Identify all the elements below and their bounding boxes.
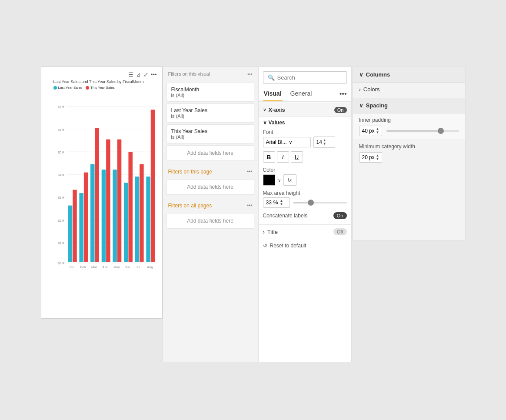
chart-panel: ☰ ⊿ ⤢ ••• Last Year Sales and This Year … — [41, 67, 163, 319]
filter-icon[interactable]: ⊿ — [136, 71, 141, 78]
font-size-spinner[interactable]: ▲ ▼ — [323, 139, 326, 146]
color-row: ∨ fx — [263, 174, 347, 186]
inner-padding-section: Inner padding 40 px ▲ ▼ — [353, 113, 465, 140]
inner-padding-down[interactable]: ▼ — [376, 131, 380, 134]
inner-padding-spinbox[interactable]: 40 px ▲ ▼ — [359, 126, 383, 136]
search-bar[interactable]: 🔍 — [263, 71, 347, 84]
svg-text:$6M: $6M — [58, 128, 64, 132]
svg-rect-29 — [140, 164, 144, 262]
expand-icon[interactable]: ⤢ — [143, 71, 148, 78]
filters-all-header: Filters on all pages ••• — [163, 197, 258, 211]
svg-rect-25 — [117, 140, 121, 262]
inner-padding-slider[interactable] — [386, 130, 459, 132]
inner-padding-label: Inner padding — [359, 117, 459, 123]
color-chevron-icon[interactable]: ∨ — [278, 178, 281, 183]
min-category-label: Minimum category width — [359, 143, 459, 150]
reset-icon: ↺ — [263, 243, 267, 249]
chart-toolbar: ☰ ⊿ ⤢ ••• — [45, 71, 159, 78]
search-input[interactable] — [277, 74, 342, 81]
italic-button[interactable]: I — [277, 151, 289, 163]
columns-header[interactable]: ∨ Columns — [353, 67, 465, 83]
values-header: ∨ Values — [263, 120, 347, 126]
svg-rect-28 — [135, 177, 139, 262]
font-size-box[interactable]: 14 ▲ ▼ — [313, 137, 335, 148]
filters-page-header: Filters on this page ••• — [163, 163, 258, 177]
filter-thisyear-sub: is (All) — [171, 134, 250, 140]
legend-dot-last — [53, 86, 57, 90]
legend-item-last: Last Year Sales — [53, 86, 83, 90]
values-subsection: ∨ Values Font Arial Bl... ∨ 14 ▲ ▼ — [259, 117, 351, 224]
filter-fiscal-title: FiscalMonth — [171, 87, 250, 93]
spacing-header[interactable]: ∨ Spacing — [353, 98, 465, 113]
min-category-row: 20 px ▲ ▼ — [359, 152, 459, 163]
filter-card-fiscal[interactable]: FiscalMonth is (All) — [166, 83, 254, 102]
chart-title: Last Year Sales and This Year Sales by F… — [53, 80, 159, 84]
min-category-arrows[interactable]: ▲ ▼ — [376, 154, 380, 161]
svg-rect-21 — [95, 128, 99, 262]
svg-text:Aug: Aug — [147, 265, 153, 269]
max-height-arrows[interactable]: ▲ ▼ — [280, 199, 283, 206]
concat-toggle[interactable]: On — [333, 212, 347, 219]
filters-page-label: Filters on this page — [168, 169, 212, 175]
filters-visual-more[interactable]: ••• — [247, 71, 253, 77]
filter-fiscal-sub: is (All) — [171, 93, 250, 98]
svg-text:Jul: Jul — [136, 265, 140, 269]
filter-card-thisyear[interactable]: This Year Sales is (All) — [166, 124, 254, 143]
legend-label-this: This Year Sales — [90, 86, 115, 90]
filters-panel: Filters on this visual ••• FiscalMonth i… — [163, 67, 258, 362]
filters-visual-label: Filters on this visual — [168, 71, 210, 77]
inner-padding-thumb[interactable] — [438, 128, 444, 134]
tab-visual[interactable]: Visual — [263, 87, 283, 101]
min-category-down[interactable]: ▼ — [376, 157, 380, 161]
max-height-slider[interactable] — [293, 202, 347, 203]
xaxis-chevron-icon: ∨ — [263, 107, 266, 112]
fx-button[interactable]: fx — [283, 174, 296, 186]
tab-general[interactable]: General — [290, 87, 313, 101]
legend-label-last: Last Year Sales — [58, 86, 83, 90]
svg-rect-19 — [83, 173, 88, 262]
svg-rect-30 — [146, 177, 150, 262]
tab-more-icon[interactable]: ••• — [340, 90, 347, 98]
max-height-down[interactable]: ▼ — [280, 203, 283, 206]
values-chevron-icon: ∨ — [263, 120, 267, 126]
slider-track — [293, 202, 347, 203]
filter-lastyear-title: Last Year Sales — [171, 107, 250, 113]
filter-add-visual[interactable]: Add data fields here — [166, 145, 254, 161]
title-toggle[interactable]: Off — [333, 228, 346, 235]
hamburger-icon[interactable]: ☰ — [128, 71, 133, 78]
svg-rect-20 — [90, 164, 95, 262]
xaxis-toggle[interactable]: On — [334, 107, 347, 113]
color-preview — [265, 176, 273, 184]
values-label: Values — [269, 120, 285, 126]
filter-add-page[interactable]: Add data fields here — [166, 179, 254, 195]
svg-text:$7M: $7M — [58, 105, 64, 109]
filter-add-all[interactable]: Add data fields here — [166, 213, 254, 229]
svg-text:Feb: Feb — [80, 265, 86, 269]
more-icon[interactable]: ••• — [151, 71, 157, 78]
min-category-value: 20 — [362, 154, 368, 160]
underline-button[interactable]: U — [291, 151, 303, 163]
search-icon: 🔍 — [268, 74, 275, 81]
concat-row: Concatenate labels On — [263, 212, 347, 219]
svg-rect-24 — [113, 170, 117, 262]
max-height-spinner[interactable]: 33 % ▲ ▼ — [263, 197, 290, 208]
inner-padding-arrows[interactable]: ▲ ▼ — [376, 127, 380, 134]
colors-header[interactable]: › Colors — [353, 83, 465, 96]
font-size-down[interactable]: ▼ — [323, 142, 326, 146]
min-category-spinbox[interactable]: 20 px ▲ ▼ — [359, 152, 383, 163]
filters-all-more[interactable]: ••• — [247, 203, 253, 209]
xaxis-section-header[interactable]: ∨ X-axis On — [259, 103, 351, 117]
title-row[interactable]: › Title Off — [259, 224, 351, 239]
bold-button[interactable]: B — [263, 151, 275, 163]
filters-all-label: Filters on all pages — [168, 203, 212, 209]
svg-text:Jan: Jan — [69, 265, 74, 269]
slider-thumb[interactable] — [308, 200, 314, 206]
font-select[interactable]: Arial Bl... ∨ — [263, 137, 311, 147]
filters-page-more[interactable]: ••• — [247, 169, 253, 175]
filter-card-lastyear[interactable]: Last Year Sales is (All) — [166, 103, 254, 123]
reset-row[interactable]: ↺ Reset to default — [259, 239, 351, 252]
color-swatch[interactable] — [263, 174, 275, 186]
max-height-label: Max area height — [263, 190, 347, 196]
font-style-row: B I U — [263, 151, 347, 163]
svg-rect-27 — [128, 152, 133, 262]
